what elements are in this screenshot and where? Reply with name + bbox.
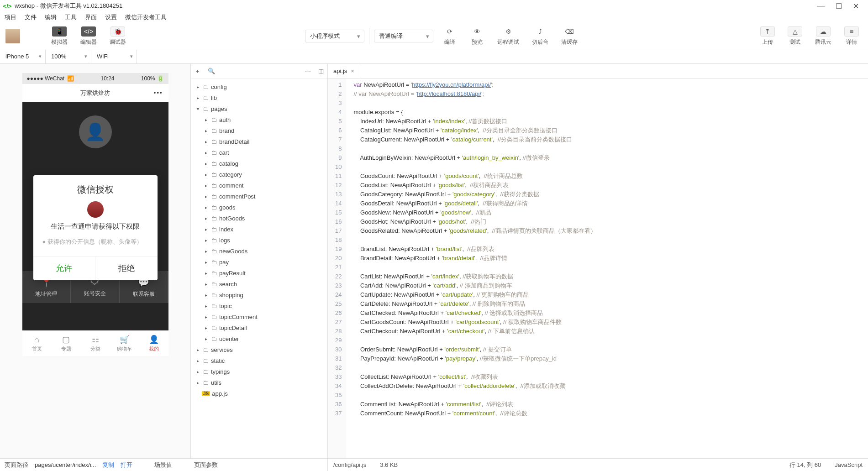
simulator-button[interactable]: 📱模拟器 xyxy=(47,26,71,46)
app-menu-icon[interactable]: ••• xyxy=(154,89,163,96)
code-line[interactable]: GoodsDetail: NewApiRootUrl + 'goods/deta… xyxy=(353,199,596,208)
tree-item[interactable]: ▸🗀catalog xyxy=(191,158,327,169)
tab-item[interactable]: 🛒购物车 xyxy=(110,331,139,356)
code-line[interactable]: CartAdd: NewApiRootUrl + 'cart/add', // … xyxy=(353,281,596,290)
editor-tab[interactable]: api.js × xyxy=(328,64,360,78)
new-file-icon[interactable]: ＋ xyxy=(195,67,200,75)
allow-button[interactable]: 允许 xyxy=(33,256,96,280)
tree-item[interactable]: ▸🗀topicDetail xyxy=(191,322,327,333)
menu-item[interactable]: 编辑 xyxy=(45,13,57,21)
code-line[interactable]: PayPrepayId: NewApiRootUrl + 'pay/prepay… xyxy=(353,354,596,363)
zoom-select[interactable]: 100% xyxy=(46,50,91,63)
code-line[interactable]: CartList: NewApiRootUrl + 'cart/index', … xyxy=(353,272,596,281)
tree-item[interactable]: ▸🗀newGoods xyxy=(191,246,327,256)
tree-item[interactable]: ▸🗀index xyxy=(191,224,327,235)
test-button[interactable]: △测试 xyxy=(784,26,806,46)
code-line[interactable]: CartGoodsCount: NewApiRootUrl + 'cart/go… xyxy=(353,318,596,327)
deny-button[interactable]: 拒绝 xyxy=(95,256,158,280)
code-line[interactable]: CartChecked: NewApiRootUrl + 'cart/check… xyxy=(353,309,596,318)
code-line[interactable]: GoodsHot: NewApiRootUrl + 'goods/hot', /… xyxy=(353,217,596,226)
code-line[interactable] xyxy=(353,144,596,153)
tab-item[interactable]: ⚏分类 xyxy=(81,331,110,356)
language-mode[interactable]: JavaScript xyxy=(835,461,863,468)
code-line[interactable] xyxy=(353,363,596,372)
clear-cache-button[interactable]: ⌫清缓存 xyxy=(558,26,581,46)
preview-button[interactable]: 👁预览 xyxy=(466,26,488,46)
code-line[interactable]: // var NewApiRootUrl = 'http://localhost… xyxy=(353,89,596,99)
copy-link[interactable]: 复制 xyxy=(102,461,114,469)
tree-item[interactable]: ▸🗀utils xyxy=(191,377,327,388)
code-line[interactable]: BrandDetail: NewApiRootUrl + 'brand/deta… xyxy=(353,254,596,263)
remote-debug-button[interactable]: ⚙远程调试 xyxy=(494,26,523,46)
tree-item[interactable]: ▸🗀auth xyxy=(191,114,327,125)
tree-item[interactable]: ▸🗀search xyxy=(191,278,327,289)
tree-item[interactable]: ▾🗀pages xyxy=(191,103,327,114)
debugger-button[interactable]: 🐞调试器 xyxy=(106,26,130,46)
compile-mode-select[interactable]: 普通编译 xyxy=(374,30,433,42)
code-line[interactable] xyxy=(353,236,596,245)
user-avatar[interactable] xyxy=(5,29,20,43)
code-line[interactable]: OrderSubmit: NewApiRootUrl + 'order/subm… xyxy=(353,345,596,354)
tree-item[interactable]: ▸🗀goods xyxy=(191,202,327,213)
tree-item[interactable]: ▸🗀commentPost xyxy=(191,191,327,202)
code-line[interactable] xyxy=(353,336,596,345)
split-icon[interactable]: ◫ xyxy=(318,68,324,74)
code-line[interactable]: IndexUrl: NewApiRootUrl + 'index/index',… xyxy=(353,117,596,126)
cloud-button[interactable]: ☁腾讯云 xyxy=(811,26,835,46)
code-line[interactable]: var NewApiRootUrl = 'https://fly2you.cn/… xyxy=(353,80,596,89)
tree-item[interactable]: ▸🗀ucenter xyxy=(191,333,327,344)
code-line[interactable] xyxy=(353,162,596,172)
code-line[interactable]: GoodsCount: NewApiRootUrl + 'goods/count… xyxy=(353,172,596,181)
tree-item[interactable]: ▸🗀brandDetail xyxy=(191,136,327,147)
code-line[interactable]: CartUpdate: NewApiRootUrl + 'cart/update… xyxy=(353,290,596,299)
code-line[interactable]: CommentList: NewApiRootUrl + 'comment/li… xyxy=(353,400,596,409)
open-link[interactable]: 打开 xyxy=(121,461,132,469)
tree-item[interactable]: ▸🗀topicComment xyxy=(191,311,327,322)
menu-item[interactable]: 工具 xyxy=(65,13,77,21)
code-line[interactable]: BrandList: NewApiRootUrl + 'brand/list',… xyxy=(353,245,596,254)
background-button[interactable]: ⤴切后台 xyxy=(528,26,552,46)
tree-item[interactable]: ▸🗀static xyxy=(191,355,327,366)
close-button[interactable]: ✕ xyxy=(853,2,859,10)
tab-item[interactable]: 👤我的 xyxy=(139,331,168,356)
tab-item[interactable]: ⌂首页 xyxy=(22,331,52,356)
detail-button[interactable]: ≡详情 xyxy=(841,26,863,46)
close-tab-icon[interactable]: × xyxy=(351,68,354,74)
network-select[interactable]: WiFi xyxy=(91,50,137,63)
mode-select[interactable]: 小程序模式 xyxy=(305,30,364,42)
tab-item[interactable]: ▢专题 xyxy=(52,331,81,356)
menu-item[interactable]: 设置 xyxy=(105,13,117,21)
menu-item[interactable]: 文件 xyxy=(25,13,37,21)
tree-item[interactable]: ▸🗀comment xyxy=(191,180,327,191)
device-select[interactable]: iPhone 5 xyxy=(0,50,46,63)
code-line[interactable]: module.exports = { xyxy=(353,108,596,117)
tree-item[interactable]: ▸🗀brand xyxy=(191,125,327,136)
tree-item[interactable]: ▸🗀category xyxy=(191,169,327,180)
tree-item[interactable]: ▸🗀logs xyxy=(191,235,327,246)
menu-item[interactable]: 项目 xyxy=(5,13,16,21)
code-line[interactable]: CartCheckout: NewApiRootUrl + 'cart/chec… xyxy=(353,327,596,336)
tree-item[interactable]: ▸🗀pay xyxy=(191,256,327,267)
tree-item[interactable]: ▸🗀services xyxy=(191,344,327,355)
code-line[interactable]: GoodsNew: NewApiRootUrl + 'goods/new', /… xyxy=(353,208,596,217)
menu-item[interactable]: 微信开发者工具 xyxy=(125,13,167,21)
code-line[interactable]: GoodsList: NewApiRootUrl + 'goods/list',… xyxy=(353,181,596,190)
code-line[interactable]: GoodsRelated: NewApiRootUrl + 'goods/rel… xyxy=(353,226,596,236)
more-icon[interactable]: ⋯ xyxy=(305,68,311,74)
code-line[interactable]: CatalogCurrent: NewApiRootUrl + 'catalog… xyxy=(353,135,596,144)
tree-item[interactable]: ▸🗀lib xyxy=(191,92,327,103)
tree-item[interactable]: ▸🗀cart xyxy=(191,147,327,158)
code-line[interactable]: GoodsCategory: NewApiRootUrl + 'goods/ca… xyxy=(353,190,596,199)
search-icon[interactable]: 🔍 xyxy=(208,68,215,74)
tree-item[interactable]: ▸🗀topic xyxy=(191,300,327,311)
tree-item[interactable]: ▸🗀payResult xyxy=(191,267,327,278)
code-line[interactable]: CatalogList: NewApiRootUrl + 'catalog/in… xyxy=(353,126,596,135)
code-line[interactable] xyxy=(353,391,596,400)
tree-item[interactable]: ▸🗀hotGoods xyxy=(191,213,327,224)
tree-item[interactable]: ▸🗀shopping xyxy=(191,289,327,300)
upload-button[interactable]: ⤒上传 xyxy=(757,26,779,46)
minimize-button[interactable]: — xyxy=(817,2,825,10)
compile-button[interactable]: ⟳编译 xyxy=(439,26,461,46)
maximize-button[interactable]: ☐ xyxy=(836,2,842,10)
code-line[interactable]: CollectList: NewApiRootUrl + 'collect/li… xyxy=(353,372,596,382)
